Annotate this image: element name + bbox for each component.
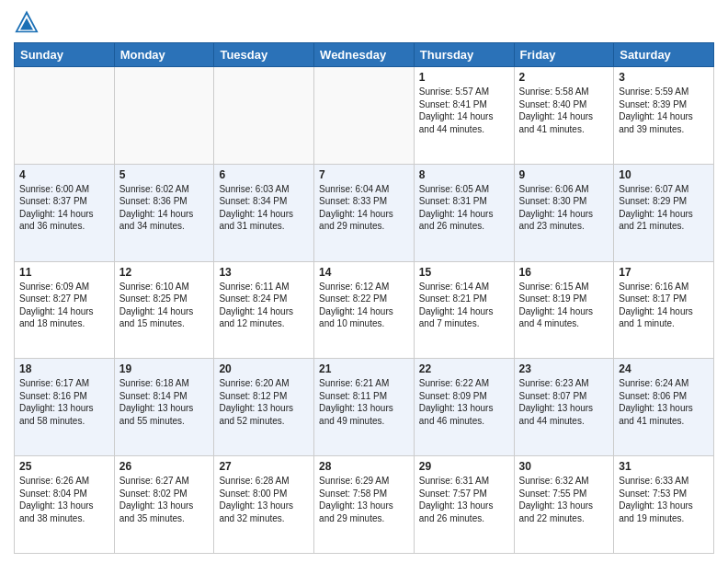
calendar-cell: 6Sunrise: 6:03 AM Sunset: 8:34 PM Daylig… <box>214 164 314 261</box>
calendar-week-4: 18Sunrise: 6:17 AM Sunset: 8:16 PM Dayli… <box>15 359 714 456</box>
day-content: Sunrise: 6:32 AM Sunset: 7:55 PM Dayligh… <box>519 475 609 524</box>
calendar-cell: 27Sunrise: 6:28 AM Sunset: 8:00 PM Dayli… <box>214 456 314 554</box>
calendar-cell: 2Sunrise: 5:58 AM Sunset: 8:40 PM Daylig… <box>514 67 614 165</box>
calendar-header-sunday: Sunday <box>15 43 115 67</box>
day-content: Sunrise: 6:11 AM Sunset: 8:24 PM Dayligh… <box>219 281 309 330</box>
calendar-cell: 10Sunrise: 6:07 AM Sunset: 8:29 PM Dayli… <box>614 164 714 261</box>
calendar-cell: 19Sunrise: 6:18 AM Sunset: 8:14 PM Dayli… <box>114 359 214 456</box>
calendar-header-tuesday: Tuesday <box>214 43 314 67</box>
day-content: Sunrise: 6:27 AM Sunset: 8:02 PM Dayligh… <box>119 475 210 524</box>
calendar-cell: 8Sunrise: 6:05 AM Sunset: 8:31 PM Daylig… <box>414 164 514 261</box>
calendar-week-3: 11Sunrise: 6:09 AM Sunset: 8:27 PM Dayli… <box>15 261 714 359</box>
calendar-header-row: SundayMondayTuesdayWednesdayThursdayFrid… <box>15 43 714 67</box>
day-content: Sunrise: 6:28 AM Sunset: 8:00 PM Dayligh… <box>219 475 309 524</box>
calendar-cell: 26Sunrise: 6:27 AM Sunset: 8:02 PM Dayli… <box>114 456 214 554</box>
calendar-cell: 15Sunrise: 6:14 AM Sunset: 8:21 PM Dayli… <box>414 261 514 359</box>
calendar-cell: 5Sunrise: 6:02 AM Sunset: 8:36 PM Daylig… <box>114 164 214 261</box>
day-content: Sunrise: 5:57 AM Sunset: 8:41 PM Dayligh… <box>419 86 509 135</box>
day-content: Sunrise: 6:07 AM Sunset: 8:29 PM Dayligh… <box>619 183 709 233</box>
day-content: Sunrise: 6:22 AM Sunset: 8:09 PM Dayligh… <box>419 377 509 427</box>
day-number: 15 <box>419 266 509 279</box>
logo-icon <box>14 9 40 35</box>
day-content: Sunrise: 6:21 AM Sunset: 8:11 PM Dayligh… <box>319 377 409 427</box>
day-number: 30 <box>519 460 609 473</box>
day-content: Sunrise: 6:09 AM Sunset: 8:27 PM Dayligh… <box>19 281 109 330</box>
calendar-cell: 18Sunrise: 6:17 AM Sunset: 8:16 PM Dayli… <box>15 359 115 456</box>
calendar-header-friday: Friday <box>514 43 614 67</box>
day-content: Sunrise: 6:29 AM Sunset: 7:58 PM Dayligh… <box>319 475 409 524</box>
day-content: Sunrise: 6:06 AM Sunset: 8:30 PM Dayligh… <box>519 183 609 233</box>
day-number: 3 <box>619 71 709 84</box>
day-content: Sunrise: 6:26 AM Sunset: 8:04 PM Dayligh… <box>19 475 109 524</box>
calendar-cell: 17Sunrise: 6:16 AM Sunset: 8:17 PM Dayli… <box>614 261 714 359</box>
day-number: 14 <box>319 266 409 279</box>
calendar-cell <box>314 67 415 165</box>
day-number: 23 <box>519 362 609 375</box>
day-number: 13 <box>219 266 309 279</box>
header <box>14 9 714 35</box>
day-number: 18 <box>19 362 109 375</box>
day-number: 9 <box>519 168 609 181</box>
day-number: 6 <box>219 168 309 181</box>
calendar-cell: 28Sunrise: 6:29 AM Sunset: 7:58 PM Dayli… <box>314 456 415 554</box>
day-content: Sunrise: 6:02 AM Sunset: 8:36 PM Dayligh… <box>119 183 210 233</box>
day-number: 27 <box>219 460 309 473</box>
day-content: Sunrise: 6:12 AM Sunset: 8:22 PM Dayligh… <box>319 281 409 330</box>
day-number: 5 <box>119 168 210 181</box>
day-number: 12 <box>119 266 210 279</box>
day-content: Sunrise: 6:20 AM Sunset: 8:12 PM Dayligh… <box>219 377 309 427</box>
day-content: Sunrise: 6:24 AM Sunset: 8:06 PM Dayligh… <box>619 377 709 427</box>
day-number: 17 <box>619 266 709 279</box>
calendar-cell: 3Sunrise: 5:59 AM Sunset: 8:39 PM Daylig… <box>614 67 714 165</box>
day-number: 11 <box>19 266 109 279</box>
calendar-cell: 25Sunrise: 6:26 AM Sunset: 8:04 PM Dayli… <box>15 456 115 554</box>
calendar-cell: 11Sunrise: 6:09 AM Sunset: 8:27 PM Dayli… <box>15 261 115 359</box>
calendar-header-thursday: Thursday <box>414 43 514 67</box>
day-number: 25 <box>19 460 109 473</box>
calendar-header-monday: Monday <box>114 43 214 67</box>
day-number: 7 <box>319 168 409 181</box>
day-number: 31 <box>619 460 709 473</box>
calendar-cell: 20Sunrise: 6:20 AM Sunset: 8:12 PM Dayli… <box>214 359 314 456</box>
calendar-week-2: 4Sunrise: 6:00 AM Sunset: 8:37 PM Daylig… <box>15 164 714 261</box>
calendar-cell: 7Sunrise: 6:04 AM Sunset: 8:33 PM Daylig… <box>314 164 415 261</box>
day-content: Sunrise: 5:58 AM Sunset: 8:40 PM Dayligh… <box>519 86 609 135</box>
day-content: Sunrise: 5:59 AM Sunset: 8:39 PM Dayligh… <box>619 86 709 135</box>
calendar-cell: 9Sunrise: 6:06 AM Sunset: 8:30 PM Daylig… <box>514 164 614 261</box>
calendar-cell: 31Sunrise: 6:33 AM Sunset: 7:53 PM Dayli… <box>614 456 714 554</box>
day-number: 24 <box>619 362 709 375</box>
day-content: Sunrise: 6:31 AM Sunset: 7:57 PM Dayligh… <box>419 475 509 524</box>
day-number: 8 <box>419 168 509 181</box>
day-content: Sunrise: 6:18 AM Sunset: 8:14 PM Dayligh… <box>119 377 210 427</box>
calendar-week-5: 25Sunrise: 6:26 AM Sunset: 8:04 PM Dayli… <box>15 456 714 554</box>
calendar-cell: 21Sunrise: 6:21 AM Sunset: 8:11 PM Dayli… <box>314 359 415 456</box>
calendar-cell: 1Sunrise: 5:57 AM Sunset: 8:41 PM Daylig… <box>414 67 514 165</box>
calendar-cell: 13Sunrise: 6:11 AM Sunset: 8:24 PM Dayli… <box>214 261 314 359</box>
day-number: 28 <box>319 460 409 473</box>
calendar-header-wednesday: Wednesday <box>314 43 415 67</box>
day-number: 1 <box>419 71 509 84</box>
calendar-cell: 12Sunrise: 6:10 AM Sunset: 8:25 PM Dayli… <box>114 261 214 359</box>
day-content: Sunrise: 6:03 AM Sunset: 8:34 PM Dayligh… <box>219 183 309 233</box>
day-content: Sunrise: 6:00 AM Sunset: 8:37 PM Dayligh… <box>19 183 109 233</box>
calendar-cell: 30Sunrise: 6:32 AM Sunset: 7:55 PM Dayli… <box>514 456 614 554</box>
day-number: 26 <box>119 460 210 473</box>
calendar-cell: 22Sunrise: 6:22 AM Sunset: 8:09 PM Dayli… <box>414 359 514 456</box>
day-content: Sunrise: 6:10 AM Sunset: 8:25 PM Dayligh… <box>119 281 210 330</box>
calendar-cell: 29Sunrise: 6:31 AM Sunset: 7:57 PM Dayli… <box>414 456 514 554</box>
calendar-cell <box>114 67 214 165</box>
day-number: 20 <box>219 362 309 375</box>
calendar-cell <box>214 67 314 165</box>
day-content: Sunrise: 6:14 AM Sunset: 8:21 PM Dayligh… <box>419 281 509 330</box>
calendar-table: SundayMondayTuesdayWednesdayThursdayFrid… <box>14 42 714 554</box>
day-number: 4 <box>19 168 109 181</box>
day-content: Sunrise: 6:16 AM Sunset: 8:17 PM Dayligh… <box>619 281 709 330</box>
day-content: Sunrise: 6:33 AM Sunset: 7:53 PM Dayligh… <box>619 475 709 524</box>
calendar-cell: 4Sunrise: 6:00 AM Sunset: 8:37 PM Daylig… <box>15 164 115 261</box>
calendar-cell <box>15 67 115 165</box>
day-content: Sunrise: 6:05 AM Sunset: 8:31 PM Dayligh… <box>419 183 509 233</box>
calendar-cell: 24Sunrise: 6:24 AM Sunset: 8:06 PM Dayli… <box>614 359 714 456</box>
day-number: 10 <box>619 168 709 181</box>
day-content: Sunrise: 6:17 AM Sunset: 8:16 PM Dayligh… <box>19 377 109 427</box>
logo <box>14 9 43 35</box>
